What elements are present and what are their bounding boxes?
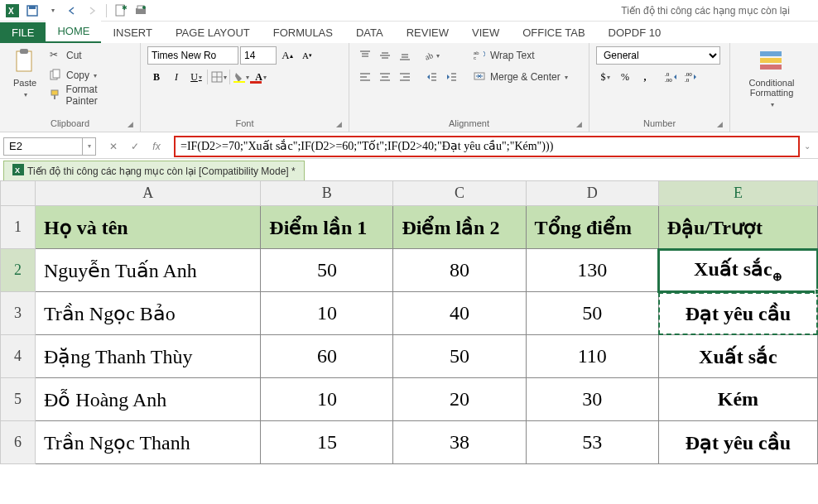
col-header-d[interactable]: D	[526, 181, 658, 206]
cell[interactable]: 50	[261, 249, 393, 292]
conditional-formatting-button[interactable]: Conditional Formatting ▾	[737, 46, 806, 110]
cell[interactable]: 40	[393, 292, 526, 335]
cell-header[interactable]: Họ và tên	[36, 206, 261, 249]
font-launcher-icon[interactable]: ◢	[336, 120, 342, 128]
cell[interactable]: 20	[393, 378, 526, 421]
print-settings-icon[interactable]	[132, 2, 150, 20]
name-box-dropdown-icon[interactable]: ▾	[83, 137, 96, 156]
paste-button[interactable]: Paste ▾	[7, 46, 43, 100]
name-box[interactable]	[3, 137, 83, 156]
formula-input[interactable]	[176, 138, 798, 155]
cell[interactable]: Đạt yêu cầu	[658, 421, 817, 464]
row-header-6[interactable]: 6	[1, 421, 36, 464]
number-launcher-icon[interactable]: ◢	[717, 120, 723, 128]
qat-dropdown-icon[interactable]: ▾	[43, 2, 61, 20]
tab-home[interactable]: HOME	[46, 21, 101, 43]
fill-color-button[interactable]: ▾	[232, 68, 250, 86]
percent-button[interactable]: %	[616, 68, 634, 86]
row-header-3[interactable]: 3	[1, 292, 36, 335]
format-painter-button[interactable]: Format Painter	[46, 86, 133, 104]
tab-dopdf[interactable]: doPDF 10	[597, 22, 673, 43]
tab-view[interactable]: VIEW	[460, 22, 511, 43]
expand-formula-bar-icon[interactable]: ⌄	[800, 142, 815, 151]
enter-formula-icon[interactable]: ✓	[126, 137, 144, 156]
orientation-icon[interactable]: ab▾	[422, 46, 440, 65]
cell[interactable]: Xuất sắc	[658, 335, 817, 378]
decrease-indent-icon[interactable]	[422, 68, 440, 86]
cell[interactable]: 50	[526, 292, 658, 335]
new-file-icon[interactable]: ✱	[112, 2, 130, 20]
row-header-4[interactable]: 4	[1, 335, 36, 378]
cell-header[interactable]: Tổng điểm	[526, 206, 658, 249]
cell[interactable]: Đỗ Hoàng Anh	[36, 378, 261, 421]
cell[interactable]: 53	[526, 421, 658, 464]
wrap-text-button[interactable]: abcWrap Text	[470, 46, 571, 65]
cell-header[interactable]: Điểm lần 2	[393, 206, 526, 249]
alignment-launcher-icon[interactable]: ◢	[576, 120, 582, 128]
workbook-tab[interactable]: X Tiến độ thi công các hạng mục còn lại …	[3, 161, 305, 180]
tab-data[interactable]: DATA	[344, 22, 395, 43]
cell[interactable]: 50	[393, 335, 526, 378]
cell[interactable]: Đạt yêu cầu	[658, 292, 817, 335]
cell[interactable]: 10	[261, 292, 393, 335]
tab-page-layout[interactable]: PAGE LAYOUT	[164, 22, 262, 43]
cell[interactable]: 110	[526, 335, 658, 378]
cell[interactable]: Đặng Thanh Thùy	[36, 335, 261, 378]
cell[interactable]: Nguyễn Tuấn Anh	[36, 249, 261, 292]
save-icon[interactable]	[23, 2, 41, 20]
row-header-1[interactable]: 1	[1, 206, 36, 249]
copy-button[interactable]: Copy▾	[46, 66, 133, 84]
cell[interactable]: 80	[393, 249, 526, 292]
undo-icon[interactable]	[63, 2, 81, 20]
cell-header[interactable]: Đậu/Trượt	[658, 206, 817, 249]
font-color-button[interactable]: A▾	[252, 68, 270, 86]
increase-decimal-icon[interactable]: .0.00	[662, 68, 681, 86]
cell[interactable]: Trần Ngọc Bảo	[36, 292, 261, 335]
italic-button[interactable]: I	[167, 68, 185, 86]
cell[interactable]: Trần Ngọc Thanh	[36, 421, 261, 464]
cancel-formula-icon[interactable]: ✕	[104, 137, 123, 156]
redo-icon[interactable]	[83, 2, 101, 20]
decrease-font-icon[interactable]: A▾	[298, 46, 316, 65]
tab-review[interactable]: REVIEW	[395, 22, 460, 43]
cell-header[interactable]: Điểm lần 1	[261, 206, 393, 249]
currency-button[interactable]: $▾	[596, 68, 614, 86]
select-all-corner[interactable]	[1, 181, 36, 206]
col-header-e[interactable]: E	[658, 181, 817, 206]
active-cell[interactable]: Xuất sắc⊕	[658, 249, 817, 292]
fx-icon[interactable]: fx	[147, 137, 166, 156]
tab-office-tab[interactable]: OFFICE TAB	[511, 22, 596, 43]
row-header-5[interactable]: 5	[1, 378, 36, 421]
tab-formulas[interactable]: FORMULAS	[262, 22, 344, 43]
border-button[interactable]: ▾	[209, 68, 228, 86]
cell[interactable]: 15	[261, 421, 393, 464]
clipboard-launcher-icon[interactable]: ◢	[128, 120, 133, 128]
bold-button[interactable]: B	[147, 68, 166, 86]
col-header-b[interactable]: B	[261, 181, 393, 206]
tab-insert[interactable]: INSERT	[101, 22, 163, 43]
cell[interactable]: Kém	[658, 378, 817, 421]
align-right-icon[interactable]	[396, 68, 414, 86]
tab-file[interactable]: FILE	[0, 22, 46, 43]
cut-button[interactable]: ✂Cut	[46, 46, 133, 65]
row-header-2[interactable]: 2	[1, 249, 36, 292]
cell[interactable]: 38	[393, 421, 526, 464]
align-bottom-icon[interactable]	[396, 46, 414, 65]
col-header-c[interactable]: C	[393, 181, 526, 206]
increase-indent-icon[interactable]	[442, 68, 460, 86]
align-top-icon[interactable]	[356, 46, 374, 65]
fill-handle[interactable]	[815, 289, 818, 295]
number-format-select[interactable]: General	[596, 46, 720, 65]
font-size-select[interactable]	[240, 46, 277, 65]
decrease-decimal-icon[interactable]: .00.0	[682, 68, 700, 86]
cell[interactable]: 30	[526, 378, 658, 421]
underline-button[interactable]: U▾	[187, 68, 205, 86]
cell[interactable]: 10	[261, 378, 393, 421]
increase-font-icon[interactable]: A▴	[278, 46, 296, 65]
align-middle-icon[interactable]	[376, 46, 394, 65]
align-center-icon[interactable]	[376, 68, 394, 86]
font-name-select[interactable]	[147, 46, 238, 65]
col-header-a[interactable]: A	[36, 181, 261, 206]
comma-button[interactable]: ,	[636, 68, 654, 86]
merge-center-button[interactable]: Merge & Center▾	[470, 68, 571, 86]
